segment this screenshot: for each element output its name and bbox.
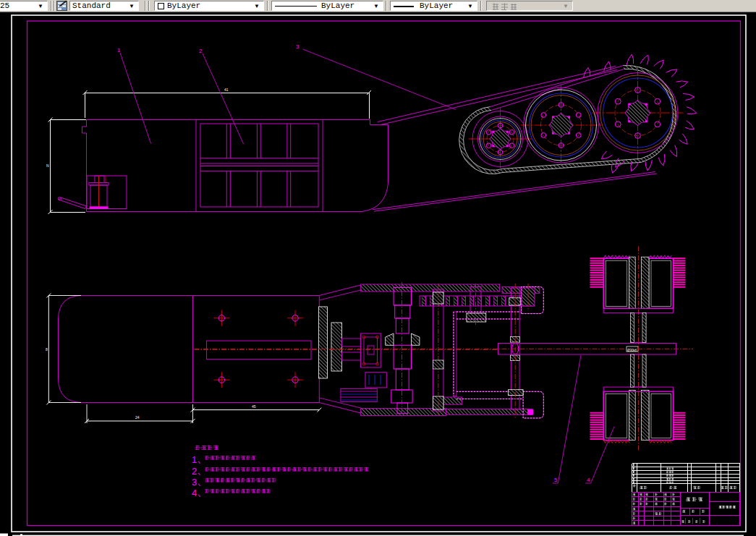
svg-text:2: 2	[199, 48, 203, 54]
svg-text:2: 2	[192, 466, 197, 477]
svg-text:3: 3	[192, 477, 197, 488]
svg-text:3: 3	[296, 43, 300, 50]
svg-text:1: 1	[117, 47, 121, 54]
svg-text:4: 4	[587, 477, 590, 483]
svg-text:41: 41	[224, 88, 229, 92]
svg-text:24: 24	[135, 415, 140, 420]
svg-text:4: 4	[192, 488, 197, 498]
svg-text:8: 8	[46, 347, 48, 352]
svg-text:5: 5	[554, 477, 558, 483]
svg-text:45: 45	[252, 404, 256, 409]
svg-text:1: 1	[192, 454, 197, 465]
svg-text:Ø30k6: Ø30k6	[627, 349, 637, 352]
svg-text:N: N	[46, 163, 49, 168]
